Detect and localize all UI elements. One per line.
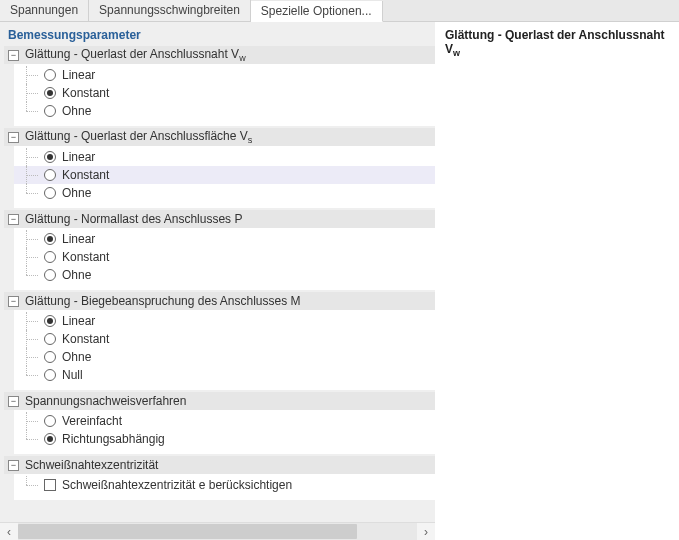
option-row[interactable]: Richtungsabhängig [14, 430, 435, 448]
scroll-track[interactable] [18, 523, 417, 540]
option-row[interactable]: Null [14, 366, 435, 384]
option-list: VereinfachtRichtungsabhängig [14, 410, 435, 454]
group-title: Glättung - Biegebeanspruchung des Anschl… [25, 294, 301, 308]
group-header[interactable]: −Glättung - Biegebeanspruchung des Ansch… [4, 292, 435, 310]
tree-line [22, 348, 40, 366]
tree-line [22, 266, 40, 284]
scroll-right-button[interactable]: › [417, 523, 435, 540]
option-row[interactable]: Ohne [14, 184, 435, 202]
option-row[interactable]: Linear [14, 312, 435, 330]
radio-button[interactable] [44, 433, 56, 445]
radio-button[interactable] [44, 369, 56, 381]
parameter-group: −Glättung - Normallast des Anschlusses P… [4, 210, 435, 290]
option-label: Schweißnahtexzentrizität e berücksichtig… [62, 478, 292, 492]
parameter-group: −SpannungsnachweisverfahrenVereinfachtRi… [4, 392, 435, 454]
group-header[interactable]: −Glättung - Querlast der Anschlussfläche… [4, 128, 435, 146]
option-row[interactable]: Konstant [14, 84, 435, 102]
checkbox[interactable] [44, 479, 56, 491]
tree-line [22, 102, 40, 120]
group-header[interactable]: −Glättung - Querlast der Anschlussnaht V… [4, 46, 435, 64]
tree-line [22, 412, 40, 430]
radio-button[interactable] [44, 233, 56, 245]
collapse-icon[interactable]: − [8, 460, 19, 471]
radio-button[interactable] [44, 169, 56, 181]
radio-button[interactable] [44, 87, 56, 99]
tab-spezielle-optionen[interactable]: Spezielle Optionen... [251, 1, 383, 22]
tab-bar: Spannungen Spannungsschwingbreiten Spezi… [0, 0, 679, 22]
parameter-group: −Glättung - Biegebeanspruchung des Ansch… [4, 292, 435, 390]
option-label: Ohne [62, 350, 91, 364]
collapse-icon[interactable]: − [8, 214, 19, 225]
group-title: Schweißnahtexzentrizität [25, 458, 158, 472]
option-row[interactable]: Konstant [14, 330, 435, 348]
option-row[interactable]: Linear [14, 148, 435, 166]
option-list: LinearKonstantOhne [14, 146, 435, 208]
tree-line [22, 166, 40, 184]
option-list: LinearKonstantOhneNull [14, 310, 435, 390]
option-label: Ohne [62, 186, 91, 200]
collapse-icon[interactable]: − [8, 296, 19, 307]
option-row[interactable]: Konstant [14, 248, 435, 266]
option-label: Linear [62, 314, 95, 328]
group-title: Glättung - Normallast des Anschlusses P [25, 212, 242, 226]
group-title: Glättung - Querlast der Anschlussfläche … [25, 129, 252, 145]
option-row[interactable]: Linear [14, 66, 435, 84]
radio-button[interactable] [44, 269, 56, 281]
option-label: Linear [62, 68, 95, 82]
option-label: Konstant [62, 86, 109, 100]
radio-button[interactable] [44, 187, 56, 199]
main-area: Bemessungsparameter −Glättung - Querlast… [0, 22, 679, 540]
option-label: Ohne [62, 104, 91, 118]
tab-spannungen[interactable]: Spannungen [0, 0, 89, 21]
group-header[interactable]: −Schweißnahtexzentrizität [4, 456, 435, 474]
option-row[interactable]: Ohne [14, 102, 435, 120]
tree-line [22, 248, 40, 266]
parameter-group: −Glättung - Querlast der Anschlussnaht V… [4, 46, 435, 126]
group-header[interactable]: −Glättung - Normallast des Anschlusses P [4, 210, 435, 228]
radio-button[interactable] [44, 415, 56, 427]
collapse-icon[interactable]: − [8, 396, 19, 407]
radio-button[interactable] [44, 333, 56, 345]
option-row[interactable]: Schweißnahtexzentrizität e berücksichtig… [14, 476, 435, 494]
radio-button[interactable] [44, 151, 56, 163]
tree-line [22, 366, 40, 384]
option-label: Konstant [62, 168, 109, 182]
option-row[interactable]: Vereinfacht [14, 412, 435, 430]
option-label: Ohne [62, 268, 91, 282]
scroll-left-button[interactable]: ‹ [0, 523, 18, 540]
option-row[interactable]: Linear [14, 230, 435, 248]
tree-line [22, 184, 40, 202]
option-row[interactable]: Konstant [14, 166, 435, 184]
tree-line [22, 330, 40, 348]
radio-button[interactable] [44, 351, 56, 363]
collapse-icon[interactable]: − [8, 132, 19, 143]
option-label: Konstant [62, 332, 109, 346]
radio-button[interactable] [44, 251, 56, 263]
option-label: Vereinfacht [62, 414, 122, 428]
option-label: Richtungsabhängig [62, 432, 165, 446]
scroll-thumb[interactable] [18, 524, 357, 539]
panel-header: Bemessungsparameter [0, 22, 435, 46]
tree-line [22, 312, 40, 330]
horizontal-scrollbar[interactable]: ‹ › [0, 522, 435, 540]
option-list: LinearKonstantOhne [14, 64, 435, 126]
option-row[interactable]: Ohne [14, 348, 435, 366]
option-label: Konstant [62, 250, 109, 264]
right-panel: Glättung - Querlast der Anschlussnaht Vw [435, 22, 679, 540]
tab-spannungsschwingbreiten[interactable]: Spannungsschwingbreiten [89, 0, 251, 21]
left-panel: Bemessungsparameter −Glättung - Querlast… [0, 22, 435, 540]
option-label: Linear [62, 150, 95, 164]
option-list: Schweißnahtexzentrizität e berücksichtig… [14, 474, 435, 500]
right-panel-title: Glättung - Querlast der Anschlussnaht Vw [445, 28, 669, 58]
parameter-group: −Glättung - Querlast der Anschlussfläche… [4, 128, 435, 208]
group-title: Glättung - Querlast der Anschlussnaht Vw [25, 47, 246, 63]
radio-button[interactable] [44, 315, 56, 327]
radio-button[interactable] [44, 105, 56, 117]
group-header[interactable]: −Spannungsnachweisverfahren [4, 392, 435, 410]
option-label: Linear [62, 232, 95, 246]
tree-line [22, 66, 40, 84]
option-list: LinearKonstantOhne [14, 228, 435, 290]
option-row[interactable]: Ohne [14, 266, 435, 284]
collapse-icon[interactable]: − [8, 50, 19, 61]
radio-button[interactable] [44, 69, 56, 81]
